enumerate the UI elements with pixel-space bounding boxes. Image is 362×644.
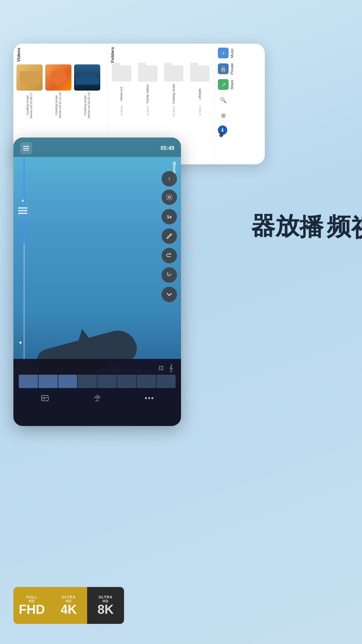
download-icon: ⬇ [218, 125, 227, 135]
music-action[interactable]: ♪ Music [216, 46, 263, 60]
video-player-panel: 05:49 ▲ ▼ ↑ [13, 138, 181, 426]
folder-icon-2 [138, 65, 158, 82]
private-label: Private [230, 63, 234, 74]
player-controls-left: ▲ [18, 198, 27, 217]
svg-rect-1 [23, 148, 29, 149]
audio-icon[interactable]: 𝄞 [169, 364, 173, 372]
folder-count-3: 129 Items [172, 106, 175, 117]
rotate-button[interactable] [162, 248, 177, 263]
folder-icon-1 [112, 65, 131, 82]
more-button[interactable] [162, 287, 177, 302]
search-action[interactable]: 🔍 [216, 93, 263, 107]
share-icon: ↗ [218, 79, 229, 90]
svg-rect-2 [23, 150, 29, 151]
seg-8 [157, 375, 176, 388]
search-icon: 🔍 [218, 95, 229, 105]
video-thumb-1[interactable]: Cooking recipeMovie-cut 03-08-17 [16, 64, 43, 119]
badge-4k-sub: ULTRA [62, 595, 75, 599]
private-action[interactable]: 🔒 Private [216, 62, 263, 76]
video-thumb-2[interactable]: Cooking recipeMovie-cut 02-11-18 [45, 64, 72, 119]
badge-4k-main: 4K [61, 603, 77, 616]
grid-icon: ⊞ [218, 110, 229, 121]
player-menu-button[interactable] [20, 142, 32, 154]
chinese-label-row: 文件 [216, 140, 263, 142]
private-icon: 🔒 [218, 63, 229, 74]
folder-count-2: 12 Items [146, 106, 149, 116]
seg-5 [98, 375, 117, 388]
share-action[interactable]: ↗ Share [216, 78, 263, 91]
badge-fhd-sub: FULL [26, 595, 37, 599]
audio-track-button[interactable] [91, 392, 103, 404]
badge-fhd: FULL HD FHD [13, 587, 50, 624]
quality-badges: FULL HD FHD ULTRA HD 4K ULTRA HD 8K [13, 587, 124, 624]
thumb-img-2 [45, 64, 71, 91]
seg-4 [78, 375, 97, 388]
speed-button[interactable]: 1x [162, 209, 177, 224]
progress-marker-up: ▲ [18, 198, 27, 203]
svg-rect-0 [23, 146, 29, 147]
folder-icon-3 [164, 65, 183, 82]
right-control-buttons: 1x [162, 190, 177, 302]
player-bottom-icons: ••• [19, 391, 176, 406]
folder-count-1: 13 Items [120, 106, 123, 116]
seg-3 [58, 375, 77, 388]
bottom-actions: ⊡ 𝄞 [19, 362, 176, 372]
timeline-segments [19, 375, 176, 388]
seg-2 [39, 375, 58, 388]
thumb-img-1 [16, 64, 43, 91]
folder-item-4[interactable]: Lifestyle 12 Items [188, 65, 212, 116]
badge-4k: ULTRA HD 4K [50, 587, 87, 624]
badge-8k-main: 8K [98, 603, 114, 616]
folders-label: Folders [110, 47, 115, 63]
left-ctrl-1 [18, 207, 27, 209]
music-label: Music [230, 48, 234, 58]
seg-6 [117, 375, 136, 388]
refresh-button[interactable] [162, 267, 177, 283]
timeline-area[interactable] [19, 375, 176, 388]
folder-name-2: Family Videos [146, 82, 149, 106]
edit-button[interactable] [162, 228, 177, 244]
player-top-bar: 05:49 [13, 138, 181, 157]
badge-8k: ULTRA HD 8K [87, 587, 124, 624]
left-ctrl-3 [18, 213, 27, 214]
thumb-label-2: Cooking recipeMovie-cut 02-11-18 [55, 92, 62, 119]
share-label: Share [230, 80, 234, 90]
download-action[interactable]: ⬇ [216, 124, 263, 136]
thumb-label-1: Cooking recipeMovie-cut 03-08-17 [26, 92, 33, 119]
folder-icon-4 [190, 65, 209, 82]
player-time: 05:49 [161, 145, 174, 151]
seg-7 [137, 375, 156, 388]
folder-name-4: Lifestyle [198, 82, 202, 106]
folder-item-2[interactable]: Family Videos 12 Items [136, 65, 160, 116]
seg-1 [19, 375, 38, 388]
player-controls-right: ↑ [162, 171, 177, 186]
settings-button[interactable] [162, 190, 177, 205]
left-ctrl-2 [18, 210, 27, 211]
progress-marker-down: ▼ [18, 340, 23, 345]
badge-fhd-main: FHD [19, 603, 45, 616]
videos-label: Videos [16, 48, 22, 62]
music-icon: ♪ [218, 48, 229, 58]
subtitles-button[interactable] [39, 392, 51, 404]
arrow-up-button[interactable]: ↑ [162, 171, 177, 186]
grid-action[interactable]: ⊞ [216, 109, 263, 122]
folder-item-1[interactable]: Movie Cut 13 Items [110, 65, 133, 116]
thumb-img-3 [74, 64, 100, 91]
badge-8k-sub: ULTRA [99, 595, 112, 599]
svg-rect-4 [42, 395, 48, 401]
cast-icon[interactable]: ⊡ [159, 364, 164, 372]
folder-name-3: Cooking recipe [172, 82, 176, 106]
svg-point-3 [168, 196, 170, 198]
player-bottom-bar: ⊡ 𝄞 [13, 359, 181, 426]
more-options-button[interactable]: ••• [143, 392, 156, 404]
actions-section: ♪ Music 🔒 Private ↗ Share 🔍 ⊞ ⬇ 文件 [215, 44, 265, 164]
folder-name-1: Movie Cut [120, 82, 123, 106]
video-thumb-3[interactable]: Cooking recipeMovie-cut 03-01-14 [74, 64, 101, 119]
folder-item-3[interactable]: Cooking recipe 129 Items [162, 65, 186, 117]
folder-count-4: 12 Items [198, 106, 201, 116]
thumb-label-3: Cooking recipeMovie-cut 03-01-14 [83, 92, 91, 119]
